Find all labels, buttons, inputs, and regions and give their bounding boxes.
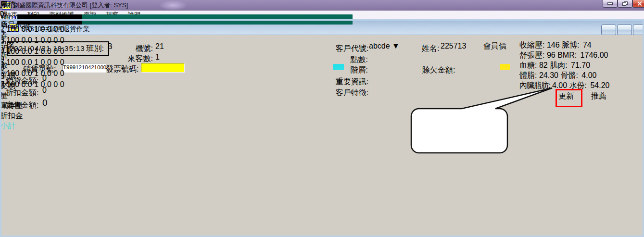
cell-stock: 0.0 bbox=[41, 47, 51, 55]
row-number-button[interactable]: 2 bbox=[0, 25, 4, 33]
diastolic-value: 96 bbox=[547, 51, 556, 59]
table-row[interactable]: 3 100 0.0 1 0.0 0 0 bbox=[0, 36, 357, 47]
muscle-label: 肌肉: bbox=[550, 61, 567, 69]
cell-discount: 0 bbox=[53, 36, 58, 44]
table-row[interactable]: 6 100 0.0 1 0.0 0 0 bbox=[0, 69, 357, 80]
bmr-label: BMR: bbox=[557, 51, 577, 59]
cell-discount-rate: 100 bbox=[6, 25, 19, 33]
systolic-value: 146 bbox=[547, 41, 560, 49]
recommend-button-label: 推薦 bbox=[591, 92, 606, 100]
blood-sugar-value: 82 bbox=[539, 61, 548, 69]
row-number-button[interactable]: 4 bbox=[0, 47, 4, 55]
systolic-label: 收縮壓: bbox=[519, 41, 544, 49]
row-number-button[interactable]: 3 bbox=[0, 36, 4, 44]
minimize-button[interactable] bbox=[603, 0, 618, 8]
child-maximize-button[interactable] bbox=[617, 25, 632, 35]
body-fat-value: 24.30 bbox=[539, 71, 558, 79]
hand-pointer-icon: ☞ bbox=[0, 14, 8, 25]
cell-discount-rate: 100 bbox=[6, 69, 19, 77]
row-number-button[interactable]: 5 bbox=[0, 58, 4, 66]
points-field bbox=[369, 53, 420, 62]
callout-shape bbox=[411, 88, 552, 153]
health-row: 體脂: 24.30 骨骼: 4.00 bbox=[519, 71, 640, 81]
water-value: 54.20 bbox=[590, 81, 609, 89]
customer-code-value: abcde bbox=[369, 42, 390, 50]
cell-discount-rate: 100 bbox=[6, 47, 19, 55]
bmr-value: 1746.00 bbox=[581, 51, 608, 59]
cell-discount: 0 bbox=[53, 58, 58, 66]
selected-row-background bbox=[82, 14, 353, 25]
combobox-dropdown-button[interactable]: ▼ bbox=[392, 42, 400, 50]
cell-qty: 1 bbox=[34, 47, 38, 55]
cell-unit-price: 0.0 bbox=[22, 80, 32, 88]
cell-qty: 1 bbox=[34, 69, 38, 77]
cell-unit-price: 0.0 bbox=[22, 69, 32, 77]
pulse-value: 74 bbox=[583, 41, 592, 49]
body-fat-label: 體脂: bbox=[519, 71, 537, 79]
table-row-selected[interactable]: ☞ 1 100 0.0 1 0.0 0 0 bbox=[0, 14, 357, 25]
health-row: 收縮壓: 146 脈博: 74 bbox=[519, 40, 640, 50]
row-number: 1 bbox=[13, 15, 17, 23]
customer-name-field: 225713 bbox=[439, 42, 480, 51]
price-type-badge: 會員價 bbox=[480, 42, 510, 51]
item-table: 序號 商品代號 等 品名 折數 單價 交易量 庫存量 折扣金 小計 ☞ 1 10… bbox=[0, 0, 94, 131]
muscle-value: 71.70 bbox=[571, 61, 590, 69]
cell-discount-rate: 100 bbox=[6, 80, 19, 88]
cell-qty: 1 bbox=[34, 36, 38, 44]
cell-subtotal: 0 bbox=[60, 80, 64, 88]
child-minimize-button[interactable] bbox=[601, 25, 616, 35]
cell-unit-price: 0.0 bbox=[22, 47, 32, 55]
important-info-field bbox=[369, 75, 508, 84]
child-close-button[interactable] bbox=[633, 25, 644, 35]
cell-stock: 0.0 bbox=[41, 36, 51, 44]
cell-discount: 0 bbox=[53, 25, 58, 33]
close-button[interactable] bbox=[632, 0, 644, 8]
recommend-button[interactable]: 推薦 bbox=[591, 91, 614, 102]
cell-stock: 0.0 bbox=[41, 80, 51, 88]
minimize-icon bbox=[607, 2, 613, 5]
customer-code-combobox[interactable]: abcde ▼ bbox=[369, 42, 420, 52]
health-metrics-panel: 收縮壓: 146 脈博: 74 舒張壓: 96 BMR: 1746.00 血糖:… bbox=[518, 39, 640, 90]
table-row[interactable]: 7 100 0.0 1 0.0 0 0 bbox=[0, 80, 357, 91]
tier-field bbox=[369, 63, 420, 73]
product-code-cell-active[interactable] bbox=[17, 14, 82, 25]
table-row[interactable]: 2 100 0.0 1 0.0 0 0 bbox=[0, 25, 357, 36]
table-row[interactable]: 5 100 0.0 1 0.0 0 0 bbox=[0, 58, 357, 69]
app-window: ER 創盛國際資訊科技有限公司 [登入者: SYS] 結束 列印 資料維護 查詢… bbox=[0, 0, 644, 237]
cell-discount-rate: 100 bbox=[6, 36, 19, 44]
restore-button[interactable] bbox=[618, 0, 632, 8]
cell-stock: 0.0 bbox=[41, 25, 51, 33]
cell-subtotal: 0 bbox=[60, 47, 64, 55]
chevron-down-icon: ▼ bbox=[392, 42, 400, 50]
customer-name-label: 姓名: bbox=[422, 44, 439, 54]
update-button[interactable]: 更新 bbox=[558, 91, 579, 102]
status-oval-yellow bbox=[500, 64, 510, 70]
cell-qty: 1 bbox=[34, 80, 38, 88]
bone-value: 4.00 bbox=[581, 71, 596, 79]
credit-amount-field bbox=[460, 63, 497, 73]
cell-qty: 1 bbox=[34, 58, 38, 66]
cell-subtotal: 0 bbox=[60, 36, 64, 44]
diastolic-label: 舒張壓: bbox=[519, 51, 544, 59]
pulse-label: 脈博: bbox=[562, 41, 579, 49]
cell-unit-price: 0.0 bbox=[22, 36, 32, 44]
cell-unit-price: 0.0 bbox=[22, 58, 32, 66]
col-header-discount: 折扣金 bbox=[0, 111, 30, 121]
cell-subtotal: 0 bbox=[60, 25, 64, 33]
cell-subtotal: 0 bbox=[60, 69, 64, 77]
credit-amount-label: 賒欠金額: bbox=[422, 65, 455, 75]
health-row: 血糖: 82 肌肉: 71.70 bbox=[519, 61, 640, 71]
cell-discount: 0 bbox=[53, 69, 58, 77]
blood-sugar-label: 血糖: bbox=[519, 61, 537, 69]
callout-bubble bbox=[409, 87, 559, 158]
cell-discount: 0 bbox=[53, 47, 58, 55]
cell-stock: 0.0 bbox=[41, 69, 51, 77]
cell-subtotal: 0 bbox=[60, 58, 64, 66]
col-header-stock: 庫存量 bbox=[0, 101, 29, 111]
cell-stock: 0.0 bbox=[41, 58, 51, 66]
cell-discount-rate: 100 bbox=[6, 58, 19, 66]
table-row[interactable]: 4 100 0.0 1 0.0 0 0 bbox=[0, 47, 357, 58]
bone-label: 骨骼: bbox=[560, 71, 578, 79]
row-number-button[interactable]: 6 bbox=[0, 69, 4, 77]
row-number-button[interactable]: 7 bbox=[0, 80, 4, 88]
